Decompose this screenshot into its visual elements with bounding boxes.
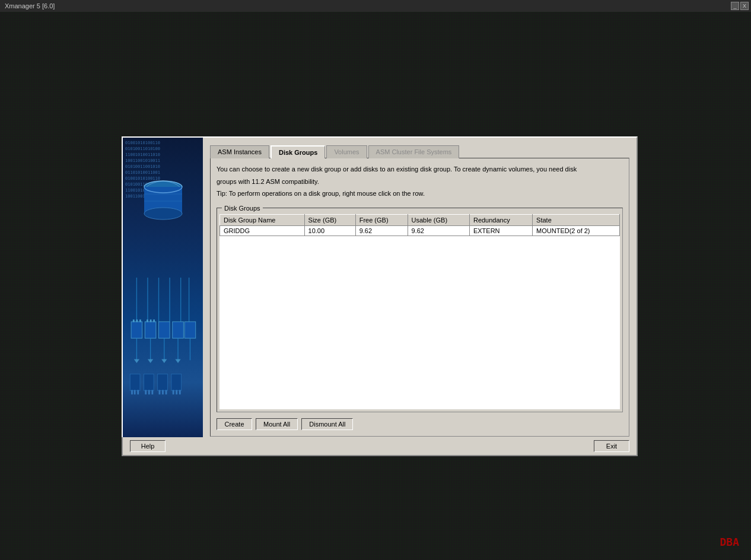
svg-marker-30 (161, 359, 167, 363)
col-header-redundancy: Redundancy (469, 214, 532, 225)
col-header-disk-group-name: Disk Group Name (220, 214, 305, 225)
col-header-size: Size (GB) (304, 214, 355, 225)
cell-redundancy: EXTERN (469, 225, 532, 236)
info-text-1: You can choose to create a new disk grou… (217, 164, 623, 174)
svg-rect-12 (131, 322, 142, 338)
right-panel: ASM Instances Disk Groups Volumes ASM Cl… (203, 138, 637, 444)
help-button[interactable]: Help (130, 440, 166, 452)
svg-rect-44 (166, 390, 167, 394)
svg-rect-40 (148, 390, 150, 394)
disk-groups-legend: Disk Groups (222, 205, 263, 212)
cell-size: 10.00 (304, 225, 355, 236)
content-area: You can choose to create a new disk grou… (210, 158, 629, 437)
disk-table: Disk Group Name Size (GB) Free (GB) Usab… (219, 214, 620, 236)
svg-rect-45 (173, 390, 174, 394)
svg-rect-18 (136, 320, 138, 323)
footer: Help Exit (122, 437, 638, 456)
svg-rect-42 (159, 390, 161, 394)
watermark: DBA (720, 536, 739, 548)
title-bar-text: Xmanager 5 [6.0] (5, 2, 55, 9)
db-icon-container (135, 167, 191, 238)
create-button[interactable]: Create (217, 418, 252, 430)
col-header-free: Free (GB) (355, 214, 408, 225)
svg-rect-38 (137, 390, 139, 394)
table-row[interactable]: GRIDDG 10.00 9.62 9.62 EXTERN MOUNTED(2 … (220, 225, 620, 236)
dismount-all-button[interactable]: Dismount All (301, 418, 353, 430)
disk-groups-frame: Disk Groups Disk Group Name Size (GB) Fr… (217, 205, 623, 413)
svg-rect-33 (144, 374, 154, 391)
svg-rect-14 (159, 322, 170, 338)
svg-rect-36 (131, 390, 133, 394)
col-header-usable: Usable (GB) (408, 214, 469, 225)
main-dialog: 0100101010011001010011010100110010100110… (122, 136, 638, 445)
close-button[interactable]: X (740, 2, 749, 10)
svg-rect-39 (145, 390, 147, 394)
svg-rect-35 (171, 374, 182, 391)
cell-usable: 9.62 (408, 225, 469, 236)
svg-rect-47 (179, 390, 181, 394)
svg-rect-32 (130, 374, 140, 391)
minimize-button[interactable]: _ (731, 2, 739, 10)
svg-rect-19 (139, 320, 141, 323)
empty-table-area (219, 236, 620, 410)
circuit-decoration (123, 278, 203, 444)
col-header-state: State (533, 214, 620, 225)
svg-rect-46 (176, 390, 177, 394)
tab-asm-cluster-fs: ASM Cluster File Systems (368, 145, 460, 158)
mount-all-button[interactable]: Mount All (256, 418, 298, 430)
svg-marker-29 (148, 359, 153, 363)
svg-rect-41 (151, 390, 153, 394)
tip-text: Tip: To perform operations on a disk gro… (217, 189, 623, 199)
svg-rect-22 (153, 320, 155, 323)
cell-free: 9.62 (355, 225, 408, 236)
tab-volumes: Volumes (326, 145, 367, 158)
svg-rect-16 (184, 322, 196, 338)
info-text-2: groups with 11.2 ASM compatibility. (217, 177, 623, 187)
svg-rect-37 (134, 390, 136, 394)
title-bar: Xmanager 5 [6.0] _ X (0, 0, 751, 12)
table-container: Disk Group Name Size (GB) Free (GB) Usab… (219, 214, 620, 410)
svg-rect-17 (133, 320, 135, 323)
tabs-container: ASM Instances Disk Groups Volumes ASM Cl… (210, 145, 629, 158)
cell-state: MOUNTED(2 of 2) (533, 225, 620, 236)
svg-rect-13 (145, 322, 156, 338)
svg-rect-20 (147, 320, 148, 323)
svg-rect-15 (173, 322, 184, 338)
svg-marker-31 (175, 359, 180, 363)
tab-disk-groups[interactable]: Disk Groups (271, 145, 325, 158)
svg-marker-28 (134, 359, 139, 363)
svg-rect-34 (158, 374, 168, 391)
svg-point-2 (144, 208, 182, 219)
svg-rect-21 (150, 320, 152, 323)
cell-disk-group-name: GRIDDG (220, 225, 305, 236)
tab-asm-instances[interactable]: ASM Instances (210, 145, 269, 158)
svg-rect-43 (162, 390, 164, 394)
button-row: Create Mount All Dismount All (217, 418, 623, 430)
left-panel: 0100101010011001010011010100110010100110… (123, 138, 203, 444)
exit-button[interactable]: Exit (594, 440, 629, 452)
